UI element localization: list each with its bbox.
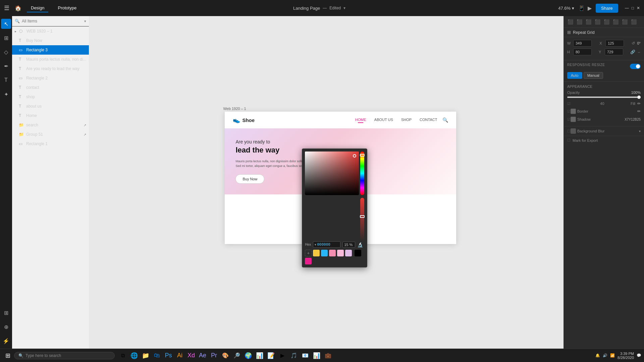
taskbar-app15[interactable]: ▶ [277,350,288,361]
border-checkbox[interactable]: ☑ [567,109,571,114]
y-input[interactable] [605,49,623,55]
layer-item[interactable]: ▸ ⬡ WEB 1920 – 1 [12,26,89,36]
taskbar-pr[interactable]: Pr [209,350,219,361]
components-tool[interactable]: ⊕ [1,322,11,332]
volume-icon[interactable]: 🔊 [603,353,607,358]
home-icon[interactable]: 🏠 [15,5,21,11]
swatch-cyan[interactable] [321,250,328,256]
layer-item-rectangle3[interactable]: ▭ Rectangle 3 [12,45,89,55]
auto-resize-button[interactable]: Auto [567,72,582,79]
opacity-percent-input[interactable] [342,242,355,248]
nav-search-icon[interactable]: 🔍 [442,117,448,123]
layer-item[interactable]: T Home [12,111,89,120]
buy-now-button[interactable]: Buy Now [235,174,264,184]
layer-item[interactable]: ▭ Rectangle 2 [12,73,89,83]
layer-item[interactable]: T Buy Now [12,36,89,45]
nav-link-shop[interactable]: SHOP [401,118,412,122]
maximize-icon[interactable]: □ [632,6,634,10]
taskbar-bridge[interactable]: 🎨 [220,350,231,361]
taskbar-explorer[interactable]: 📁 [140,350,151,361]
rotate-icon[interactable]: ↺ [632,41,635,46]
distribute-h-icon[interactable]: ⬛ [621,18,629,25]
taskbar-clock[interactable]: 3:39 PM 8/28/2020 [618,352,634,360]
fill-edit-icon[interactable]: ✏ [637,101,641,106]
wifi-icon[interactable]: 📶 [610,353,615,358]
swatch-magenta[interactable] [305,258,312,264]
taskbar-ae[interactable]: Ae [197,350,208,361]
design-tab[interactable]: Design [27,4,48,12]
bg-blur-swatch[interactable] [571,128,576,134]
nav-link-home[interactable]: HOME [355,118,366,122]
layer-item-search[interactable]: 📁 search ↗ [12,120,89,130]
shape-tool[interactable]: ◇ [1,47,11,57]
taskbar-powerpoint[interactable]: 📊 [311,350,322,361]
pen-tool[interactable]: ✒ [1,61,11,71]
align-top-icon[interactable]: ⬛ [594,18,601,25]
align-right-icon[interactable]: ⬛ [585,18,592,25]
taskbar-xd[interactable]: Xd [186,350,197,361]
align-center-v-icon[interactable]: ⬛ [603,18,610,25]
layers-tool[interactable]: ⊞ [1,308,11,318]
taskbar-app19[interactable]: 💼 [323,350,333,361]
taskbar-word[interactable]: 📝 [266,350,276,361]
x-input[interactable] [605,40,624,47]
fill-checkbox[interactable]: ☑ [567,102,574,106]
shadow-swatch[interactable] [571,117,576,122]
hex-dropdown-icon[interactable]: ▾ [315,243,316,246]
taskbar-search[interactable]: 🔍 Type here to search [14,352,115,359]
swatch-pink-light[interactable] [329,250,336,256]
taskbar-chrome[interactable]: 🌍 [243,350,254,361]
add-swatch-button[interactable]: + [305,250,312,256]
repeat-grid-button[interactable]: ⊞ Repeat Grid [564,28,644,37]
taskbar-store[interactable]: 🛍 [152,350,162,361]
distribute-v-icon[interactable]: ⬛ [630,18,638,25]
close-icon[interactable]: ✕ [637,6,640,10]
link-icon[interactable]: 🔗 [630,50,635,54]
layer-item[interactable]: T about us [12,102,89,111]
swatch-lavender[interactable] [345,250,352,256]
layer-item[interactable]: T Are you ready to lead the way [12,64,89,73]
hamburger-icon[interactable]: ☰ [4,4,9,12]
layer-item[interactable]: T shop [12,92,89,102]
align-center-h-icon[interactable]: ⬛ [576,18,583,25]
windows-start-button[interactable]: ⊞ [3,351,13,361]
width-input[interactable] [573,40,592,47]
select-tool[interactable]: ↖ [1,19,11,29]
hue-strip[interactable] [360,152,364,195]
file-name[interactable]: Landing Page [293,6,320,11]
plugins-tool[interactable]: ⚡ [1,336,11,346]
dropdown-icon[interactable]: ▾ [343,6,345,10]
manual-resize-button[interactable]: Manual [584,72,603,79]
share-button[interactable]: Share [596,4,618,13]
zoom-control[interactable]: 47.6% ▾ [558,6,574,11]
responsive-toggle[interactable] [630,64,641,69]
border-swatch[interactable] [571,109,576,114]
align-bottom-icon[interactable]: ⬛ [612,18,620,25]
eyedropper-tool[interactable]: ✦ [1,89,11,99]
opacity-slider[interactable] [567,97,641,98]
frame-tool[interactable]: ⊞ [1,33,11,43]
align-left-icon[interactable]: ⬛ [567,18,574,25]
canvas-area[interactable]: Web 1920 – 1 👟 Shoe HOME ABOUT US SHOP C… [89,16,564,349]
swatch-pink-lighter[interactable] [337,250,344,256]
text-tool[interactable]: T [1,75,11,85]
color-gradient[interactable] [305,152,359,195]
taskbar-app16[interactable]: 🎵 [288,350,299,361]
notification-icon[interactable]: 🔔 [595,353,600,358]
swatch-black[interactable] [355,250,361,256]
nav-link-contact[interactable]: CONTACT [420,118,437,122]
eyedropper-icon[interactable]: 🔬 [357,242,363,247]
taskbar-excel[interactable]: 📊 [254,350,265,361]
taskbar-ai[interactable]: Ai [174,350,185,361]
layers-search-input[interactable] [22,19,82,23]
bg-blur-checkbox[interactable]: ☐ [567,129,571,133]
play-icon[interactable]: ▶ [588,5,592,11]
minimize-icon[interactable]: — [625,6,629,10]
shadow-checkbox[interactable]: ☑ [567,117,571,122]
bg-blur-expand-icon[interactable]: ▾ [639,129,641,133]
layer-item[interactable]: ▭ Rectangle 1 [12,139,89,148]
external-link-icon[interactable]: ↗ [84,123,86,127]
taskbar-app11[interactable]: 🔎 [231,350,242,361]
taskbar-app17[interactable]: 📧 [300,350,311,361]
mobile-icon[interactable]: 📱 [578,5,585,11]
